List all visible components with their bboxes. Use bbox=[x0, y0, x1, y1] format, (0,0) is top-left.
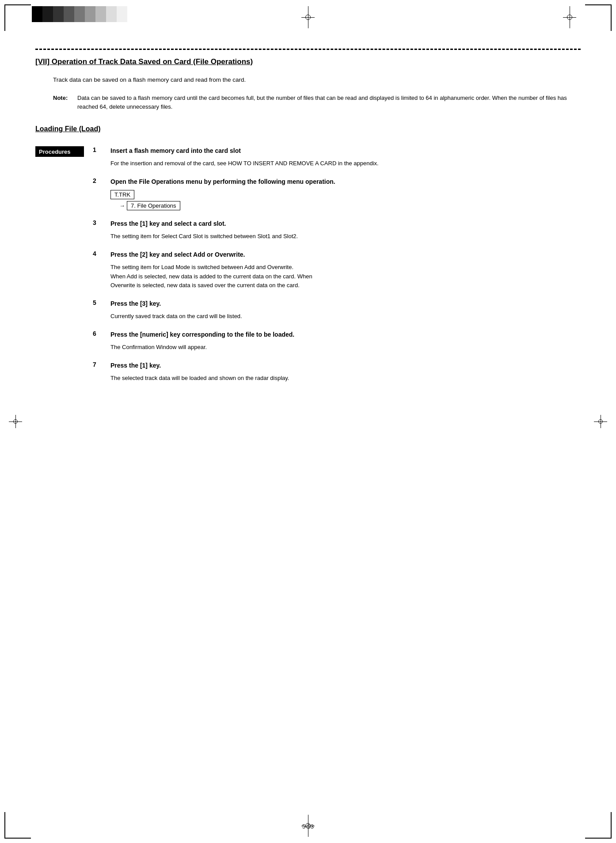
step-2-number: 2 bbox=[93, 177, 106, 184]
step-3-title: Press the [1] key and select a card slot… bbox=[110, 219, 581, 228]
step-7-number: 7 bbox=[93, 361, 106, 368]
step-4-body: The setting item for Load Mode is switch… bbox=[110, 263, 581, 290]
corner-tr bbox=[585, 4, 612, 31]
note-content: Data can be saved to a flash memory card… bbox=[77, 94, 581, 112]
step-4-title: Press the [2] key and select Add or Over… bbox=[110, 250, 581, 259]
menu-arrow: → bbox=[119, 202, 125, 209]
menu-arrow-row: → 7. File Operations bbox=[119, 201, 581, 210]
steps-container: 1 Insert a flash memory card into the ca… bbox=[93, 146, 581, 391]
step-5-number: 5 bbox=[93, 299, 106, 306]
step-4-number: 4 bbox=[93, 250, 106, 257]
step-6-number: 6 bbox=[93, 330, 106, 337]
grayscale-bar bbox=[32, 6, 127, 22]
crosshair-top-right bbox=[563, 6, 576, 28]
page-container: [VII] Operation of Track Data Saved on C… bbox=[0, 0, 616, 843]
intro-text: Track data can be saved on a flash memor… bbox=[53, 75, 581, 85]
step-3-number: 3 bbox=[93, 219, 106, 226]
step-4: 4 Press the [2] key and select Add or Ov… bbox=[93, 250, 581, 290]
step-4-header: 4 Press the [2] key and select Add or Ov… bbox=[93, 250, 581, 259]
section-title: [VII] Operation of Track Data Saved on C… bbox=[35, 57, 581, 66]
step-5: 5 Press the [3] key. Currently saved tra… bbox=[93, 299, 581, 321]
step-3: 3 Press the [1] key and select a card sl… bbox=[93, 219, 581, 241]
step-1-number: 1 bbox=[93, 146, 106, 153]
step-7-header: 7 Press the [1] key. bbox=[93, 361, 581, 370]
note-block: Note: Data can be saved to a flash memor… bbox=[53, 94, 581, 112]
crosshair-right-mid bbox=[594, 415, 607, 428]
step-5-header: 5 Press the [3] key. bbox=[93, 299, 581, 308]
step-6-header: 6 Press the [numeric] key corresponding … bbox=[93, 330, 581, 339]
step-1-body: For the insertion and removal of the car… bbox=[110, 159, 581, 168]
step-6-title: Press the [numeric] key corresponding to… bbox=[110, 330, 581, 339]
step-2: 2 Open the File Operations menu by perfo… bbox=[93, 177, 581, 210]
step-6-body: The Confirmation Window will appear. bbox=[110, 343, 581, 352]
page-number: 5-53 bbox=[302, 823, 314, 830]
corner-tl bbox=[4, 4, 31, 31]
step-7: 7 Press the [1] key. The selected track … bbox=[93, 361, 581, 383]
step-1-header: 1 Insert a flash memory card into the ca… bbox=[93, 146, 581, 156]
step-1-title: Insert a flash memory card into the card… bbox=[110, 146, 581, 156]
corner-bl bbox=[4, 812, 31, 839]
crosshair-top bbox=[301, 6, 315, 28]
step-7-body: The selected track data will be loaded a… bbox=[110, 374, 581, 383]
step-3-header: 3 Press the [1] key and select a card sl… bbox=[93, 219, 581, 228]
procedures-label: Procedures bbox=[35, 146, 84, 157]
menu-box-file-ops: 7. File Operations bbox=[127, 201, 180, 210]
procedures-area: Procedures 1 Insert a flash memory card … bbox=[35, 146, 581, 391]
menu-box-trk: T.TRK bbox=[110, 190, 134, 199]
step-3-body: The setting item for Select Card Slot is… bbox=[110, 232, 581, 241]
note-label: Note: bbox=[53, 94, 75, 112]
main-content: [VII] Operation of Track Data Saved on C… bbox=[35, 57, 581, 808]
step-5-body: Currently saved track data on the card w… bbox=[110, 312, 581, 321]
corner-br bbox=[585, 812, 612, 839]
step-2-title: Open the File Operations menu by perform… bbox=[110, 177, 581, 186]
step-5-title: Press the [3] key. bbox=[110, 299, 581, 308]
step-2-header: 2 Open the File Operations menu by perfo… bbox=[93, 177, 581, 186]
step-7-title: Press the [1] key. bbox=[110, 361, 581, 370]
subsection-title: Loading File (Load) bbox=[35, 125, 581, 133]
step-1: 1 Insert a flash memory card into the ca… bbox=[93, 146, 581, 168]
step-2-menu: T.TRK → 7. File Operations bbox=[110, 190, 581, 210]
dashed-separator bbox=[35, 49, 581, 50]
step-6: 6 Press the [numeric] key corresponding … bbox=[93, 330, 581, 352]
crosshair-left-mid bbox=[9, 415, 22, 428]
